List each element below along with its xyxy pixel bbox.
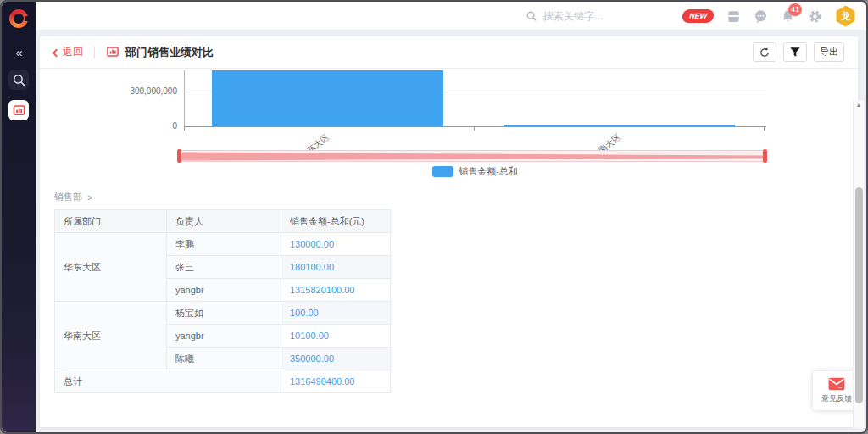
header-actions: 导出 [753, 42, 844, 62]
y-tick-300m: 300,000,000 [40, 86, 177, 96]
vertical-scrollbar[interactable]: ▲ [853, 100, 864, 428]
user-avatar[interactable]: 龙 [835, 6, 856, 27]
app-window: « NEW [0, 0, 868, 434]
owner-cell: 杨宝如 [167, 302, 281, 325]
breadcrumb-arrow-icon: > [87, 192, 92, 203]
amount-cell: 100.00 [281, 302, 391, 325]
notification-count-badge: 41 [788, 3, 802, 16]
notebook-icon[interactable] [726, 9, 741, 24]
chart-legend[interactable]: 销售金额-总和 [184, 165, 766, 178]
sidebar-item-bi-reports[interactable] [8, 100, 29, 120]
feedback-label: 意见反馈 [821, 393, 852, 404]
global-search[interactable] [526, 2, 645, 31]
bi-report-icon [13, 104, 25, 117]
y-tick-0: 0 [40, 121, 177, 131]
settings-gear-icon[interactable] [808, 9, 822, 24]
app-logo[interactable] [9, 9, 28, 28]
x-axis-line [184, 126, 766, 127]
axis-tick [474, 127, 475, 131]
data-zoom-shadow [179, 151, 765, 161]
search-icon [526, 10, 537, 22]
page-title: 部门销售业绩对比 [125, 45, 214, 60]
filter-button[interactable] [783, 42, 807, 62]
breadcrumb[interactable]: 销售部 > [54, 191, 858, 203]
topbar-icons: NEW 41 龙 [682, 2, 856, 31]
owner-cell: 李鹏 [167, 233, 281, 256]
department-cell: 华南大区 [55, 302, 167, 370]
owner-cell: yangbr [167, 325, 281, 348]
amount-cell: 350000.00 [281, 348, 391, 370]
axis-tick [764, 127, 765, 131]
owner-cell: yangbr [167, 279, 281, 302]
amount-cell: 1315820100.00 [281, 279, 391, 302]
table-header-row: 所属部门负责人销售金额-总和(元) [55, 210, 391, 233]
sales-bar-chart: 300,000,000 0 华东大区 华南大区 [40, 69, 858, 182]
amount-cell: 130000.00 [281, 233, 391, 256]
report-card: 返回 部门销售业绩对比 [40, 36, 858, 427]
owner-cell: 陈曦 [167, 348, 281, 370]
bar-huadong[interactable] [212, 70, 443, 126]
new-badge[interactable]: NEW [682, 9, 715, 23]
feedback-widget[interactable]: 意见反馈 [813, 371, 858, 410]
zoom-handle-left[interactable] [177, 149, 181, 163]
messages-icon[interactable] [754, 9, 768, 24]
table-row: 华南大区杨宝如100.00 [55, 302, 391, 325]
scroll-up-arrow[interactable]: ▲ [854, 100, 864, 110]
column-header: 销售金额-总和(元) [281, 210, 391, 233]
export-button[interactable]: 导出 [814, 42, 844, 62]
chevron-left-icon [53, 48, 61, 57]
column-header: 负责人 [167, 210, 281, 233]
breadcrumb-label: 销售部 [54, 191, 82, 203]
sidebar-search-button[interactable] [8, 70, 29, 90]
topbar: NEW 41 龙 [36, 2, 866, 31]
search-input[interactable] [543, 10, 645, 22]
table-section: 销售部 > 所属部门负责人销售金额-总和(元) 华东大区李鹏130000.00张… [54, 191, 858, 393]
total-amount-cell: 1316490400.00 [281, 370, 391, 393]
refresh-button[interactable] [753, 42, 776, 62]
data-zoom-slider[interactable] [178, 150, 766, 162]
column-header: 所属部门 [55, 210, 167, 233]
report-chart-icon [106, 46, 120, 58]
zoom-handle-right[interactable] [763, 149, 767, 163]
search-icon [12, 73, 26, 87]
legend-label: 销售金额-总和 [459, 165, 518, 178]
back-link[interactable]: 返回 [53, 45, 83, 59]
sales-table: 所属部门负责人销售金额-总和(元) 华东大区李鹏130000.00张三18010… [54, 209, 391, 393]
y-axis-line [184, 70, 185, 126]
header-divider [94, 47, 95, 58]
axis-tick [184, 127, 185, 131]
filter-funnel-icon [789, 47, 801, 58]
sidebar: « [2, 2, 36, 432]
report-header: 返回 部门销售业绩对比 [40, 36, 858, 69]
collapse-sidebar-button[interactable]: « [15, 45, 21, 59]
feedback-envelope-icon [828, 377, 845, 391]
main-content: 返回 部门销售业绩对比 [36, 31, 866, 432]
department-cell: 华东大区 [55, 233, 167, 302]
back-label: 返回 [63, 45, 83, 59]
refresh-icon [759, 47, 771, 58]
amount-cell: 180100.00 [281, 256, 391, 279]
total-label-cell: 总计 [55, 370, 281, 393]
notifications-button[interactable]: 41 [781, 9, 795, 24]
table-row: 华东大区李鹏130000.00 [55, 233, 391, 256]
total-row: 总计1316490400.00 [55, 370, 391, 393]
legend-swatch [432, 166, 453, 177]
scrollbar-thumb[interactable] [855, 187, 863, 403]
owner-cell: 张三 [167, 256, 281, 279]
amount-cell: 10100.00 [281, 325, 391, 348]
